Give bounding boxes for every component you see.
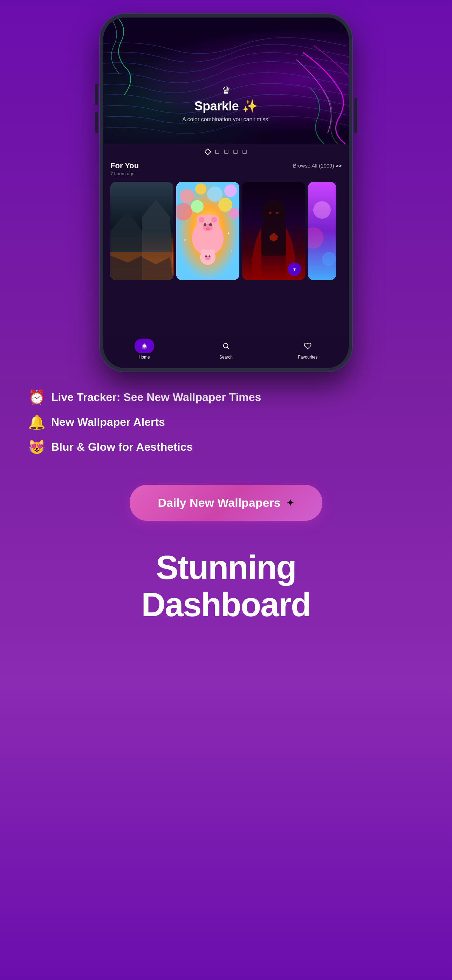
search-nav-label: Search (220, 355, 232, 360)
wallpaper-card-cute[interactable]: ✦ ✦ ✦ (176, 182, 239, 280)
bottom-heading: Stunning Dashboard (120, 549, 331, 623)
svg-point-14 (229, 208, 239, 219)
cta-section: Daily New Wallpapers ✦ (130, 485, 322, 521)
phone-mockup: ♛ Sparkle ✨ A color combination you can'… (100, 14, 352, 372)
browse-chevrons-icon: >> (335, 162, 342, 169)
chevron-down-button[interactable]: ▾ (288, 262, 301, 276)
home-icon-wrapper (135, 339, 154, 353)
svg-point-13 (218, 198, 232, 212)
svg-point-19 (199, 217, 204, 223)
svg-point-38 (269, 212, 272, 214)
svg-text:✦: ✦ (227, 231, 230, 235)
svg-point-35 (261, 199, 286, 228)
wallpaper-grid: ✦ ✦ ✦ (103, 179, 349, 283)
svg-text:✦: ✦ (183, 238, 187, 243)
svg-point-12 (191, 200, 204, 213)
svg-point-20 (211, 217, 217, 223)
nav-item-home[interactable]: Home (103, 339, 185, 360)
feature-item-1: 🔔 New Wallpaper Alerts (28, 414, 424, 430)
phone-frame: ♛ Sparkle ✨ A color combination you can'… (100, 14, 352, 372)
feature-emoji-1: 🔔 (28, 414, 46, 430)
feature-text-1: New Wallpaper Alerts (51, 416, 165, 429)
feature-emoji-0: ⏰ (28, 389, 46, 406)
feature-text-2: Blur & Glow for Aesthetics (51, 441, 193, 453)
svg-point-43 (322, 252, 336, 266)
browse-all-button[interactable]: Browse All (1009) >> (293, 162, 342, 169)
svg-point-44 (143, 344, 146, 347)
bottom-navigation: Home Search (103, 334, 349, 368)
nav-item-search[interactable]: Search (185, 339, 267, 360)
svg-line-46 (228, 347, 229, 349)
section-title: For You (110, 161, 139, 170)
svg-point-8 (195, 183, 206, 194)
svg-point-23 (209, 223, 212, 226)
feature-item-2: 😻 Blur & Glow for Aesthetics (28, 439, 424, 455)
mountain-visual (110, 182, 173, 280)
phone-side-button-1 (95, 84, 98, 105)
hero-subtitle: A color combination you can't miss! (182, 116, 269, 123)
cta-label: Daily New Wallpapers (158, 496, 280, 510)
svg-point-22 (204, 223, 206, 226)
feature-emoji-2: 😻 (28, 439, 46, 455)
section-title-group: For You 7 hours ago (110, 161, 139, 176)
svg-point-10 (224, 185, 237, 197)
svg-text:✦: ✦ (231, 250, 233, 253)
svg-point-26 (201, 249, 207, 255)
search-icon-wrapper (216, 339, 236, 353)
pagination-dot-3[interactable] (233, 150, 237, 154)
hero-content: ♛ Sparkle ✨ A color combination you can'… (103, 84, 349, 123)
svg-point-41 (313, 201, 331, 219)
feature-item-0: ⏰ Live Tracker: See New Wallpaper Times (28, 389, 424, 406)
hero-title: Sparkle ✨ (194, 99, 258, 114)
section-time: 7 hours ago (110, 171, 139, 176)
heart-icon-wrapper (298, 339, 317, 353)
home-nav-label: Home (139, 355, 150, 360)
browse-all-label: Browse All (1009) (293, 162, 334, 169)
svg-point-24 (206, 228, 210, 230)
phone-side-button-right (354, 98, 357, 133)
svg-point-9 (207, 186, 223, 202)
wallpaper-card-mountain[interactable] (110, 182, 173, 280)
svg-point-27 (209, 249, 215, 255)
cta-button[interactable]: Daily New Wallpapers ✦ (130, 485, 322, 521)
pagination-dot-2[interactable] (224, 150, 228, 154)
section-header: For You 7 hours ago Browse All (1009) >> (103, 157, 349, 179)
hero-banner: ♛ Sparkle ✨ A color combination you can'… (103, 18, 349, 144)
svg-point-39 (276, 212, 279, 214)
features-section: ⏰ Live Tracker: See New Wallpaper Times … (0, 389, 452, 464)
cta-sparkle-icon: ✦ (286, 497, 294, 509)
pagination-dot-0[interactable] (204, 148, 211, 155)
pagination-dot-4[interactable] (242, 150, 247, 154)
svg-point-30 (209, 256, 210, 257)
pagination-dot-1[interactable] (215, 150, 220, 154)
phone-side-button-2 (95, 112, 98, 133)
favourites-nav-label: Favourites (298, 355, 317, 360)
pagination (103, 144, 349, 157)
cute-visual: ✦ ✦ ✦ (176, 182, 239, 280)
svg-point-45 (224, 344, 228, 348)
feature-text-0: Live Tracker: See New Wallpaper Times (51, 391, 261, 404)
phone-screen: ♛ Sparkle ✨ A color combination you can'… (103, 18, 349, 368)
nav-item-favourites[interactable]: Favourites (267, 339, 349, 360)
wallpaper-card-hero[interactable]: ▾ (242, 182, 305, 280)
svg-point-29 (205, 256, 207, 257)
topo-lines (103, 18, 349, 144)
wallpaper-card-partial[interactable] (308, 182, 336, 280)
crown-icon: ♛ (222, 84, 231, 96)
svg-point-7 (180, 189, 194, 203)
bottom-title-line1: Stunning Dashboard (141, 549, 310, 623)
